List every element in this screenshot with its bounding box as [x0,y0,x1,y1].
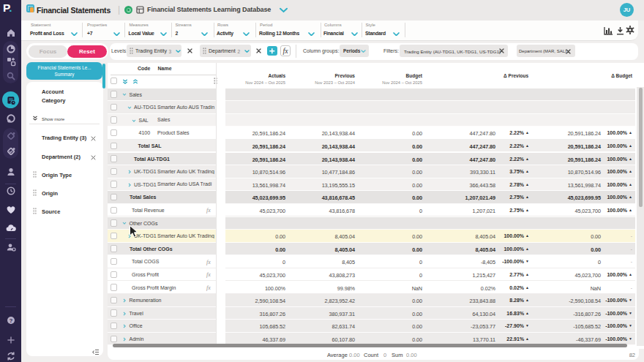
svg-text:?: ? [9,317,12,323]
